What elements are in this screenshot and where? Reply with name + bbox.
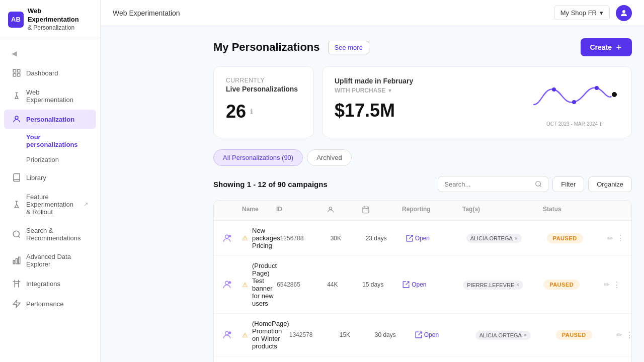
- row-tag: ALICIA.ORTEGA ×: [475, 331, 531, 340]
- row-reporting-link[interactable]: Open: [415, 331, 475, 338]
- col-status-header: Status: [543, 206, 603, 215]
- sidebar-item-personalization[interactable]: Personalization: [4, 110, 96, 129]
- user-circle-icon: [12, 115, 21, 124]
- sidebar-item-web-experimentation[interactable]: Web Experimentation: [4, 83, 96, 109]
- sidebar-item-dashboard[interactable]: Dashboard: [4, 63, 96, 82]
- edit-icon[interactable]: ✏: [607, 234, 613, 242]
- chevron-down-icon: ▾: [600, 9, 603, 17]
- row-id: 1256788: [280, 235, 331, 242]
- filter-button[interactable]: Filter: [552, 176, 584, 192]
- beaker-icon: [12, 200, 21, 209]
- chart-date-range: OCT 2023 - MAR 2024: [546, 121, 598, 127]
- sidebar: AB Web Experimentation & Personalization…: [0, 0, 101, 362]
- stat-card-uplift: Uplift made in February WITH PURCHASE ▾ …: [322, 66, 632, 137]
- svg-point-19: [329, 207, 332, 210]
- more-options-icon[interactable]: ⋮: [625, 330, 632, 340]
- svg-rect-1: [18, 70, 20, 72]
- row-type-icon: [222, 330, 242, 340]
- more-options-icon[interactable]: ⋮: [616, 233, 624, 243]
- row-reporting-link[interactable]: Open: [406, 235, 466, 242]
- logo-text: Web Experimentation & Personalization: [28, 7, 92, 32]
- row-days: 23 days: [366, 235, 406, 242]
- see-more-button[interactable]: See more: [328, 41, 369, 54]
- svg-line-18: [540, 186, 541, 187]
- stat-card-live: CURRENTLY Live Personalizations 26 ℹ: [213, 66, 314, 137]
- campaigns-table: Name ID Reporting Tag(s) Status ⚠ New pa…: [213, 200, 632, 362]
- topbar-left: Web Experimentation: [113, 9, 180, 17]
- stat-uplift-value: $17.5M: [335, 100, 517, 121]
- sidebar-item-integrations[interactable]: Integrations: [4, 274, 96, 293]
- uplift-chart: OCT 2023 - MAR 2024 ℹ: [529, 77, 619, 127]
- organize-button[interactable]: Organize: [588, 176, 632, 192]
- book-icon: [12, 173, 21, 182]
- col-icon-header: [222, 206, 242, 215]
- warning-icon: ⚠: [242, 331, 248, 339]
- grid-icon: [12, 68, 21, 77]
- tabs-row: All Personalizations (90) Archived: [213, 149, 632, 166]
- row-name: (HomePage) Promotion on Winter products: [252, 320, 289, 350]
- sidebar-item-feature-experimentation[interactable]: Feature Experimentation & Rollout ↗: [4, 188, 96, 221]
- calendar-col-icon: [362, 206, 370, 214]
- sidebar-collapse-btn[interactable]: ◀: [8, 47, 20, 59]
- row-name: (Product Page) Test banner for new users: [252, 262, 277, 307]
- row-days: 15 days: [362, 281, 403, 288]
- sidebar-item-priorization[interactable]: Priorization: [4, 152, 96, 167]
- avatar[interactable]: [616, 5, 632, 21]
- edit-icon[interactable]: ✏: [604, 281, 610, 289]
- tab-archived[interactable]: Archived: [307, 149, 352, 166]
- svg-rect-7: [13, 260, 15, 264]
- table-row: ⚠ (Product Page) Countdown Widget for sp…: [214, 356, 631, 362]
- sidebar-item-performance[interactable]: Performance: [4, 294, 96, 313]
- tag-remove-icon[interactable]: ×: [524, 332, 527, 338]
- table-head: Name ID Reporting Tag(s) Status: [214, 201, 631, 221]
- sidebar-item-your-personalizations[interactable]: Your personalizations: [4, 130, 96, 152]
- page-header: My Personalizations See more Create: [213, 38, 632, 56]
- sidebar-item-search-recommendations[interactable]: Search & Recommendations: [4, 222, 96, 247]
- svg-point-27: [225, 281, 229, 285]
- main-content: My Personalizations See more Create CURR…: [201, 26, 644, 362]
- topbar: Web Experimentation My Shop FR ▾: [101, 0, 644, 26]
- more-options-icon[interactable]: ⋮: [613, 280, 621, 290]
- table-actions: Filter Organize: [438, 176, 632, 192]
- tag-remove-icon[interactable]: ×: [515, 236, 518, 241]
- svg-point-24: [225, 235, 229, 238]
- svg-point-16: [611, 92, 617, 98]
- reporting-link-icon: [406, 235, 413, 242]
- edit-icon[interactable]: ✏: [616, 331, 622, 339]
- svg-point-14: [572, 100, 576, 104]
- row-reporting-link[interactable]: Open: [403, 281, 463, 288]
- sidebar-item-library[interactable]: Library: [4, 168, 96, 187]
- flask-icon: [12, 92, 21, 101]
- svg-rect-0: [13, 70, 16, 72]
- search-box: [438, 176, 548, 192]
- warning-icon: ⚠: [242, 281, 248, 289]
- col-actions-header: [603, 206, 623, 215]
- sidebar-item-advanced-data-explorer[interactable]: Advanced Data Explorer: [4, 248, 96, 273]
- table-row: ⚠ (HomePage) Promotion on Winter product…: [214, 314, 631, 356]
- row-visitors: 15K: [340, 331, 375, 338]
- row-id: 6542865: [277, 281, 327, 288]
- tag-remove-icon[interactable]: ×: [516, 282, 519, 288]
- svg-line-32: [418, 332, 421, 335]
- status-badge: PAUSED: [556, 330, 592, 340]
- svg-point-17: [536, 182, 541, 187]
- svg-point-30: [225, 331, 229, 335]
- svg-rect-2: [13, 74, 16, 76]
- plug-icon: [12, 279, 21, 288]
- shop-name: My Shop FR: [560, 9, 597, 17]
- row-visitors: 30K: [331, 235, 366, 242]
- col-name-header: Name: [242, 206, 276, 215]
- create-button[interactable]: Create: [581, 38, 632, 56]
- tab-all-personalizations[interactable]: All Personalizations (90): [213, 149, 303, 166]
- uplift-meta: WITH PURCHASE ▾: [335, 87, 517, 94]
- col-reporting-header: Reporting: [402, 206, 462, 215]
- col-visitors-header: [327, 206, 362, 215]
- svg-line-26: [409, 235, 412, 238]
- shop-selector[interactable]: My Shop FR ▾: [554, 6, 610, 20]
- plus-icon: [615, 43, 623, 51]
- search-input[interactable]: [444, 180, 532, 188]
- status-badge: PAUSED: [547, 233, 583, 243]
- svg-point-10: [622, 10, 625, 13]
- external-icon: ↗: [84, 201, 88, 208]
- svg-point-31: [228, 331, 231, 334]
